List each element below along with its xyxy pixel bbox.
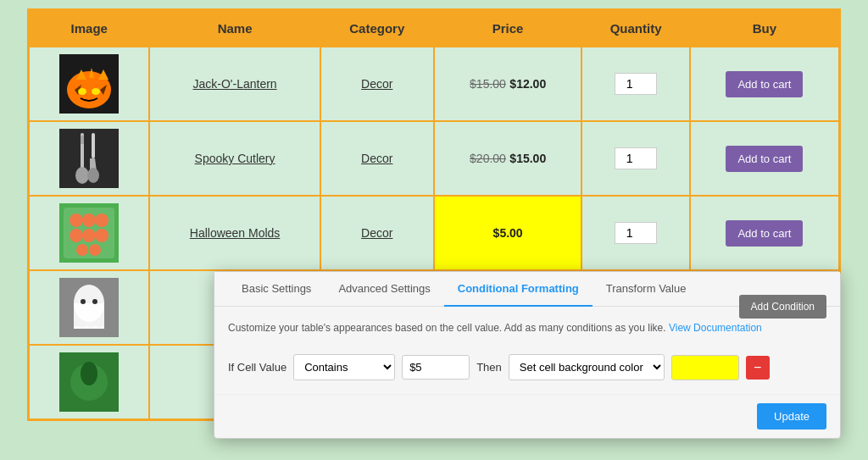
settings-panel: Basic Settings Advanced Settings Conditi… xyxy=(214,271,841,439)
panel-body: Add Condition Customize your table's app… xyxy=(214,307,840,394)
svg-point-30 xyxy=(92,299,97,304)
panel-footer: Update xyxy=(214,394,840,438)
svg-rect-28 xyxy=(74,303,104,329)
tab-advanced-settings[interactable]: Advanced Settings xyxy=(325,272,443,307)
tab-transform-value[interactable]: Transform Value xyxy=(593,272,700,307)
product-name-link[interactable]: Jack-O'-Lantern xyxy=(192,77,276,91)
operator-select[interactable]: Contains xyxy=(293,354,395,380)
product-image-cutlery xyxy=(59,129,119,188)
svg-point-11 xyxy=(75,167,89,184)
category-link[interactable]: Decor xyxy=(361,226,392,240)
product-quantity-cell xyxy=(581,47,689,121)
product-name-link[interactable]: Halloween Molds xyxy=(190,226,281,240)
product-image-cell xyxy=(29,345,150,420)
add-to-cart-button[interactable]: Add to cart xyxy=(726,146,803,172)
svg-point-19 xyxy=(82,213,96,227)
svg-point-13 xyxy=(87,168,99,183)
col-header-name: Name xyxy=(149,10,320,47)
quantity-input[interactable] xyxy=(615,73,657,95)
product-name-cell: Spooky Cutlery xyxy=(149,121,320,196)
table-row: Halloween Molds Decor $5.00 Add to cart xyxy=(29,196,840,270)
col-header-category: Category xyxy=(320,10,434,47)
product-buy-cell: Add to cart xyxy=(690,196,840,270)
product-image-cell xyxy=(29,121,150,196)
tab-conditional-formatting[interactable]: Conditional Formatting xyxy=(444,272,593,307)
add-to-cart-button[interactable]: Add to cart xyxy=(726,71,803,97)
product-quantity-cell xyxy=(581,196,689,270)
product-image-molds xyxy=(59,203,119,263)
product-price-cell: $20.00 $15.00 xyxy=(434,121,582,196)
product-name-cell: Halloween Molds xyxy=(149,196,320,270)
col-header-buy: Buy xyxy=(690,10,840,47)
add-condition-button[interactable]: Add Condition xyxy=(739,295,826,319)
col-header-image: Image xyxy=(29,10,150,47)
product-buy-cell: Add to cart xyxy=(690,47,840,121)
product-image-ghost xyxy=(59,278,119,337)
update-button[interactable]: Update xyxy=(757,403,826,430)
svg-point-8 xyxy=(92,88,100,95)
add-to-cart-button[interactable]: Add to cart xyxy=(726,220,803,247)
panel-description: Customize your table's appearances based… xyxy=(228,320,826,335)
product-image-cell xyxy=(29,270,150,345)
svg-point-22 xyxy=(82,229,96,242)
svg-point-20 xyxy=(95,213,108,227)
quantity-input[interactable] xyxy=(615,147,657,169)
if-cell-value-label: If Cell Value xyxy=(228,361,287,374)
action-select[interactable]: Set cell background color xyxy=(509,354,665,380)
product-image-cell xyxy=(29,47,150,121)
doc-link[interactable]: View Documentation xyxy=(669,322,762,334)
product-category-cell: Decor xyxy=(320,196,434,270)
condition-value-input[interactable] xyxy=(402,355,470,380)
product-image-green xyxy=(59,352,119,412)
product-name-cell: Jack-O'-Lantern xyxy=(149,47,320,121)
price-original: $20.00 xyxy=(470,152,506,165)
product-category-cell: Decor xyxy=(320,47,434,121)
svg-point-23 xyxy=(95,229,108,242)
price-sale: $12.00 xyxy=(509,77,546,91)
svg-point-29 xyxy=(81,299,86,304)
product-image-jackolantern xyxy=(59,54,119,114)
svg-point-24 xyxy=(76,244,88,256)
condition-row: If Cell Value Contains Then Set cell bac… xyxy=(228,354,826,380)
product-image-cell xyxy=(29,196,150,270)
product-name-link[interactable]: Spooky Cutlery xyxy=(195,152,275,165)
svg-point-21 xyxy=(70,229,83,242)
product-category-cell: Decor xyxy=(320,121,434,196)
color-swatch[interactable] xyxy=(671,355,739,380)
product-price-cell: $15.00 $12.00 xyxy=(434,47,582,121)
product-quantity-cell xyxy=(581,121,689,196)
price-original: $15.00 xyxy=(470,77,506,91)
svg-point-7 xyxy=(78,88,86,95)
product-price-highlighted-cell: $5.00 xyxy=(434,196,582,270)
then-label: Then xyxy=(476,361,502,374)
remove-condition-button[interactable]: − xyxy=(746,356,770,380)
table-row: Jack-O'-Lantern Decor $15.00 $12.00 Add … xyxy=(29,47,840,121)
svg-point-25 xyxy=(89,244,101,256)
tab-basic-settings[interactable]: Basic Settings xyxy=(228,272,325,307)
category-link[interactable]: Decor xyxy=(361,77,392,91)
svg-point-33 xyxy=(81,362,97,385)
product-buy-cell: Add to cart xyxy=(690,121,840,196)
category-link[interactable]: Decor xyxy=(361,152,392,165)
col-header-price: Price xyxy=(434,10,582,47)
col-header-quantity: Quantity xyxy=(581,10,689,47)
table-row: Spooky Cutlery Decor $20.00 $15.00 Add t… xyxy=(29,121,840,196)
price-only: $5.00 xyxy=(493,226,523,240)
quantity-input[interactable] xyxy=(615,222,657,244)
price-sale: $15.00 xyxy=(509,152,546,165)
svg-point-18 xyxy=(70,213,83,227)
svg-rect-12 xyxy=(92,133,95,158)
